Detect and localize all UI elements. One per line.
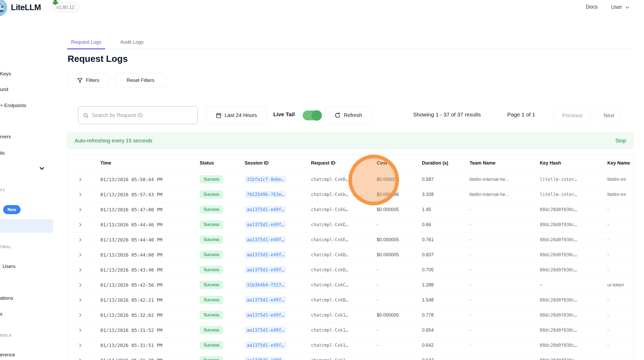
cell-team: - bbox=[470, 262, 540, 277]
session-id-link[interactable]: aa1375d1-e49f… bbox=[245, 326, 286, 334]
cell-session-id: aa1375d1-e49f… bbox=[245, 323, 311, 338]
nav-docs-link[interactable]: Docs bbox=[586, 4, 598, 10]
session-id-link[interactable]: aa1375d1-e49f… bbox=[245, 236, 286, 243]
refresh-button-label: Refresh bbox=[344, 112, 362, 118]
search-input[interactable] bbox=[92, 112, 193, 118]
chevron-down-icon bbox=[625, 4, 630, 10]
cell-status: Success bbox=[200, 232, 245, 247]
sidebar-item[interactable]: + Endpoints bbox=[0, 103, 26, 108]
cell-time: 01/13/2026 05:44:40 PM bbox=[100, 232, 200, 247]
cell-time: 01/13/2026 05:31:52 PM bbox=[100, 323, 200, 338]
session-id-link[interactable]: aa1375d1-e49f bbox=[245, 357, 283, 360]
row-expand-chevron-icon[interactable] bbox=[67, 202, 100, 217]
cell-duration: 0.654 bbox=[422, 323, 470, 338]
sidebar-item[interactable]: ils bbox=[0, 150, 5, 156]
cell-session-id: aa1375d1-e49f… bbox=[245, 232, 311, 247]
cell-keyhash: 88dc28d0f030c… bbox=[540, 338, 607, 353]
live-tail-toggle[interactable] bbox=[303, 110, 322, 120]
sidebar-item[interactable]: Users bbox=[3, 264, 16, 269]
sidebar-new-badge: New bbox=[3, 205, 21, 214]
row-expand-chevron-icon[interactable] bbox=[67, 277, 100, 292]
cell-keyhash: 88dc28d0f030c… bbox=[540, 202, 607, 217]
cell-cost: $0.000005 bbox=[377, 307, 422, 323]
status-badge: Success bbox=[200, 311, 223, 319]
session-id-link[interactable]: aa1375d1-e49f… bbox=[245, 221, 286, 228]
cell-keyname: - bbox=[607, 217, 634, 232]
cell-session-id: 7022549b-763e… bbox=[245, 187, 311, 202]
row-expand-chevron-icon[interactable] bbox=[67, 232, 100, 247]
cell-team: - bbox=[470, 353, 540, 360]
sidebar-item[interactable]: ations bbox=[0, 295, 13, 301]
tab-request-logs[interactable]: Request Logs bbox=[67, 35, 105, 49]
click-highlight-annotation bbox=[348, 155, 399, 205]
column-header-expander bbox=[67, 155, 100, 172]
next-page-button[interactable]: Next bbox=[597, 108, 621, 123]
sidebar-item[interactable]: und bbox=[0, 87, 8, 92]
cell-team: - bbox=[470, 247, 540, 262]
status-badge: Success bbox=[200, 205, 223, 214]
search-icon bbox=[83, 113, 89, 118]
tab-audit-logs[interactable]: Audit Logs bbox=[116, 35, 147, 49]
cell-cost: - bbox=[377, 262, 422, 277]
train-emoji-icon: 🚅 bbox=[0, 2, 4, 13]
session-id-link[interactable]: 31bfa1cf-0ebe… bbox=[245, 176, 286, 183]
reset-filters-button-label: Reset Filters bbox=[127, 77, 154, 83]
nav-user-menu[interactable]: User bbox=[611, 4, 630, 10]
cell-status: Success bbox=[200, 307, 245, 323]
cell-status: Success bbox=[200, 262, 245, 277]
refresh-button[interactable]: Refresh bbox=[325, 106, 372, 124]
row-expand-chevron-icon[interactable] bbox=[67, 292, 100, 307]
sidebar-item[interactable]: s bbox=[0, 311, 3, 317]
cell-duration: 1.288 bbox=[422, 277, 470, 292]
cell-request: chatcmpl-CxkD… bbox=[311, 247, 377, 262]
session-id-link[interactable]: aa1375d1-e49f… bbox=[245, 266, 286, 273]
calendar-icon bbox=[216, 113, 222, 118]
session-id-link[interactable]: 7022549b-763e… bbox=[245, 191, 286, 198]
funnel-icon bbox=[77, 78, 83, 83]
auto-refresh-stop-link[interactable]: Stop bbox=[615, 138, 626, 144]
cell-time: 01/13/2026 05:44:46 PM bbox=[100, 217, 200, 232]
cell-status: Success bbox=[200, 217, 245, 232]
row-expand-chevron-icon[interactable] bbox=[67, 353, 100, 360]
auto-refresh-text: Auto-refreshing every 15 seconds bbox=[75, 138, 152, 144]
status-badge: Success bbox=[200, 235, 223, 244]
row-expand-chevron-icon[interactable] bbox=[67, 217, 100, 232]
cell-cost: $0.000005 bbox=[377, 247, 422, 262]
sidebar-section-label: TROL bbox=[0, 245, 11, 249]
row-expand-chevron-icon[interactable] bbox=[67, 262, 100, 277]
cell-cost: $0.000005 bbox=[377, 202, 422, 217]
session-id-link[interactable]: aa1375d1-e49f… bbox=[245, 206, 286, 213]
sidebar-item[interactable]: erence bbox=[0, 352, 15, 358]
cell-request: chatcmpl-Cxk1… bbox=[311, 323, 377, 338]
sidebar-item-selected[interactable] bbox=[0, 219, 53, 233]
column-header-team-name: Team Name bbox=[470, 155, 540, 172]
session-id-link[interactable]: 31b3b4b4-f527… bbox=[245, 281, 286, 289]
cell-keyhash: 88dc28d0f030c… bbox=[540, 217, 607, 232]
top-bar: 🚅 LiteLLM 🎄 v1.80.12 Docs User bbox=[0, 0, 644, 15]
row-expand-chevron-icon[interactable] bbox=[67, 187, 100, 202]
cell-request: chatcmpl-Cxk1… bbox=[311, 307, 377, 323]
session-id-link[interactable]: aa1375d1-e49f… bbox=[245, 342, 286, 349]
status-badge: Success bbox=[200, 341, 223, 349]
row-expand-chevron-icon[interactable] bbox=[67, 307, 100, 323]
time-range-button[interactable]: Last 24 Hours bbox=[206, 106, 266, 124]
row-expand-chevron-icon[interactable] bbox=[67, 247, 100, 262]
filters-button[interactable]: Filters bbox=[67, 73, 109, 88]
sidebar-item[interactable]: rvers bbox=[0, 134, 11, 140]
session-id-link[interactable]: aa1375d1-e49f… bbox=[245, 251, 286, 258]
row-expand-chevron-icon[interactable] bbox=[67, 338, 100, 353]
cell-duration: 1.45 bbox=[422, 202, 470, 217]
sidebar-item[interactable]: Keys bbox=[0, 71, 11, 77]
sidebar-collapse-chevron-icon[interactable] bbox=[38, 165, 45, 172]
row-expand-chevron-icon[interactable] bbox=[67, 323, 100, 338]
page-title: Request Logs bbox=[68, 54, 128, 64]
cell-status: Success bbox=[200, 338, 245, 353]
row-expand-chevron-icon[interactable] bbox=[67, 172, 100, 187]
cell-request: chatcmpl-CxkB… bbox=[311, 292, 377, 307]
status-badge: Success bbox=[200, 190, 223, 199]
previous-page-button[interactable]: Previous bbox=[553, 108, 591, 123]
reset-filters-button[interactable]: Reset Filters bbox=[115, 73, 166, 88]
session-id-link[interactable]: aa1375d1-e49f… bbox=[245, 296, 286, 304]
status-badge: Success bbox=[200, 281, 223, 289]
session-id-link[interactable]: aa1375d1-e49f… bbox=[245, 311, 286, 319]
